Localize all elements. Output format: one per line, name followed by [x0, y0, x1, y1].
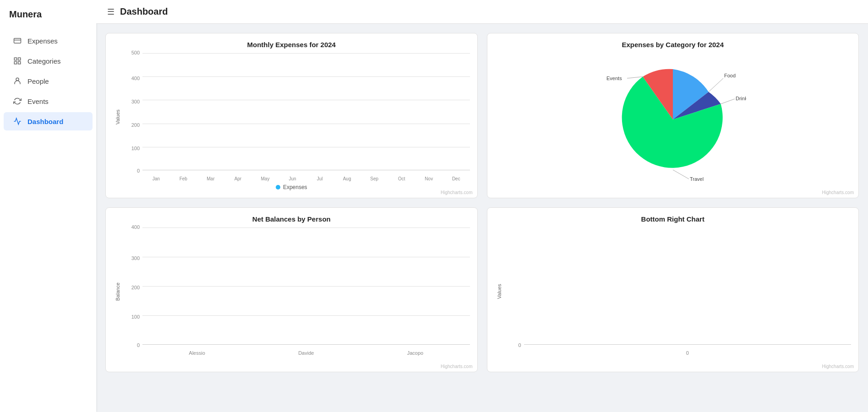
page-title: Dashboard: [120, 6, 168, 17]
drinks-label: Drinks: [736, 96, 746, 101]
bottom-right-title: Bottom Right Chart: [495, 215, 852, 223]
x-label-sep: Sep: [360, 176, 388, 181]
category-pie-credit: Highcharts.com: [822, 190, 854, 195]
x-label-davide: Davide: [251, 350, 360, 356]
svg-line-10: [627, 77, 643, 79]
net-balances-title: Net Balances by Person: [113, 215, 470, 223]
x-label-dec: Dec: [442, 176, 470, 181]
sidebar-item-dashboard-label: Dashboard: [27, 118, 63, 125]
pie-container: Food Drinks Travel Events: [495, 53, 852, 186]
sidebar-item-people-label: People: [27, 77, 49, 85]
events-icon: [13, 97, 22, 106]
bottom-right-credit: Highcharts.com: [822, 364, 854, 369]
dashboard-icon: [13, 117, 22, 126]
svg-line-7: [709, 78, 723, 92]
x-label-alessio: Alessio: [142, 350, 251, 356]
charts-grid: Monthly Expenses for 2024 Values: [96, 24, 868, 381]
x-label-mar: Mar: [197, 176, 224, 181]
x-label-jacopo: Jacopo: [360, 350, 469, 356]
x-label-apr: Apr: [224, 176, 252, 181]
events-label: Events: [606, 76, 622, 81]
svg-point-6: [16, 78, 19, 81]
net-balances-inner: 400 300 200 100 0: [124, 228, 470, 356]
bottom-right-chart: Bottom Right Chart Values 0 0: [487, 207, 859, 372]
expenses-icon: [13, 36, 22, 45]
svg-rect-3: [18, 58, 21, 60]
sidebar-item-categories-label: Categories: [27, 57, 61, 65]
people-icon: [13, 76, 22, 86]
svg-rect-0: [14, 38, 21, 43]
bottom-right-y-label: Values: [495, 228, 504, 356]
category-pie-chart: Expenses by Category for 2024: [487, 33, 859, 198]
main-content: ☰ Dashboard Monthly Expenses for 2024 Va…: [96, 0, 868, 412]
category-pie-title: Expenses by Category for 2024: [495, 41, 852, 49]
bottom-right-inner: 0 0: [506, 228, 852, 356]
sidebar-item-expenses-label: Expenses: [27, 37, 58, 45]
sidebar: Munera Expenses Categories People Events…: [0, 0, 96, 412]
x-label-oct: Oct: [388, 176, 415, 181]
net-balances-credit: Highcharts.com: [441, 364, 472, 369]
categories-icon: [13, 56, 22, 65]
svg-rect-5: [18, 62, 21, 64]
sidebar-item-events-label: Events: [27, 98, 49, 105]
monthly-expenses-title: Monthly Expenses for 2024: [113, 41, 470, 49]
sidebar-item-people[interactable]: People: [4, 72, 93, 90]
net-balances-chart: Net Balances by Person Balance 400: [105, 207, 478, 372]
expenses-legend-label: Expenses: [283, 184, 307, 190]
net-balances-y-label: Balance: [113, 228, 122, 356]
x-label-may: May: [251, 176, 279, 181]
food-label: Food: [724, 73, 736, 78]
x-label-jul: Jul: [306, 176, 333, 181]
pie-svg: Food Drinks Travel Events: [600, 55, 746, 184]
svg-line-8: [721, 99, 734, 104]
sidebar-item-events[interactable]: Events: [4, 92, 93, 110]
sidebar-item-dashboard[interactable]: Dashboard: [4, 112, 93, 130]
monthly-expenses-legend: Expenses: [113, 184, 470, 190]
app-logo: Munera: [0, 9, 96, 31]
svg-rect-2: [14, 58, 16, 60]
x-label-nov: Nov: [415, 176, 442, 181]
sidebar-item-expenses[interactable]: Expenses: [4, 32, 93, 50]
hamburger-menu-icon[interactable]: ☰: [107, 7, 115, 17]
x-label-zero: 0: [686, 350, 689, 356]
x-label-jun: Jun: [279, 176, 306, 181]
expenses-legend-dot: [276, 185, 280, 190]
travel-label: Travel: [690, 176, 704, 182]
monthly-expenses-chart: Monthly Expenses for 2024 Values: [105, 33, 478, 198]
x-label-jan: Jan: [142, 176, 170, 181]
x-label-aug: Aug: [333, 176, 361, 181]
x-label-feb: Feb: [170, 176, 197, 181]
sidebar-item-categories[interactable]: Categories: [4, 52, 93, 70]
monthly-expenses-credit: Highcharts.com: [441, 190, 472, 195]
monthly-expenses-inner: 500 400 300 200 100 0: [124, 53, 470, 181]
page-header: ☰ Dashboard: [96, 0, 868, 24]
svg-rect-4: [14, 62, 16, 64]
monthly-expenses-y-label: Values: [113, 53, 122, 181]
svg-line-9: [673, 170, 689, 179]
